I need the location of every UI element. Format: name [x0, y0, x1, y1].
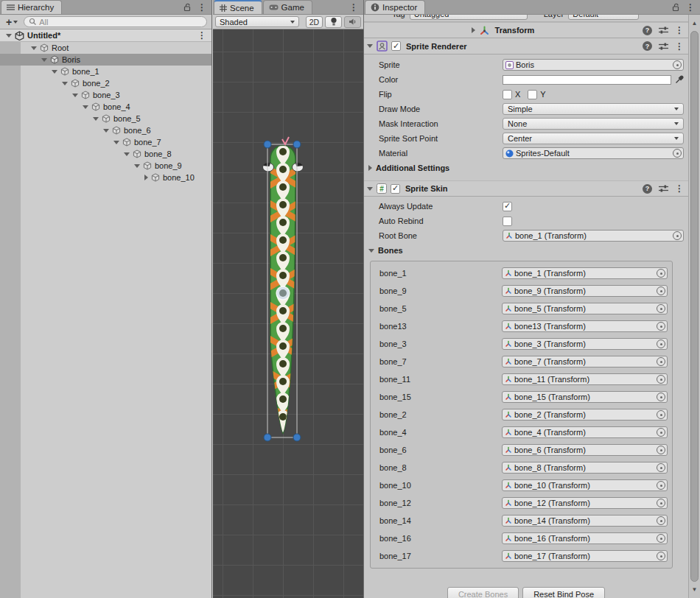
presets-icon[interactable]	[659, 26, 668, 35]
scrollbar-thumb[interactable]	[690, 31, 699, 582]
object-picker-icon[interactable]	[657, 428, 665, 437]
bone-object-field[interactable]: bone_11 (Transform)	[502, 373, 668, 385]
object-picker-icon[interactable]	[657, 304, 665, 313]
tab-scene[interactable]: Scene	[214, 0, 262, 14]
hierarchy-item-bone-9[interactable]: bone_9	[0, 160, 211, 172]
tag-dropdown[interactable]: Untagged	[410, 15, 528, 20]
hierarchy-item-bone-1[interactable]: bone_1	[0, 66, 211, 77]
object-picker-icon[interactable]	[657, 516, 665, 525]
object-picker-icon[interactable]	[657, 357, 665, 366]
lock-icon[interactable]	[183, 3, 192, 12]
root-bone-object-field[interactable]: bone_1 (Transform)	[503, 230, 684, 242]
tab-hierarchy[interactable]: Hierarchy	[1, 0, 62, 14]
foldout-arrow-icon[interactable]	[62, 82, 68, 85]
bone-object-field[interactable]: bone_3 (Transform)	[502, 338, 668, 350]
object-picker-icon[interactable]	[657, 269, 665, 278]
foldout-arrow-icon[interactable]	[103, 129, 109, 133]
sprite-sort-point-dropdown[interactable]: Center	[503, 133, 684, 144]
object-picker-icon[interactable]	[673, 231, 682, 240]
scroll-up-icon[interactable]: ▲	[689, 20, 700, 27]
component-menu-icon[interactable]: ⋮	[675, 184, 684, 193]
bone-object-field[interactable]: bone_14 (Transform)	[502, 515, 668, 527]
foldout-arrow-icon[interactable]	[41, 58, 47, 62]
handle-top-right[interactable]	[293, 141, 301, 148]
inspector-scrollbar[interactable]: ▲ ▼	[688, 15, 700, 598]
search-input[interactable]	[39, 18, 202, 27]
reset-bind-pose-button[interactable]: Reset Bind Pose	[522, 587, 605, 598]
object-picker-icon[interactable]	[657, 286, 665, 295]
object-picker-icon[interactable]	[657, 393, 665, 401]
material-object-field[interactable]: Sprites-Default	[503, 147, 684, 159]
foldout-arrow-icon[interactable]	[52, 70, 57, 74]
bone-object-field[interactable]: bone_7 (Transform)	[502, 356, 668, 367]
draw-mode-dropdown[interactable]: Simple	[503, 103, 684, 115]
component-menu-icon[interactable]: ⋮	[675, 42, 684, 51]
foldout-arrow-icon[interactable]	[144, 175, 148, 180]
bone-object-field[interactable]: bone_6 (Transform)	[502, 444, 668, 456]
handle-top-left[interactable]	[264, 141, 271, 148]
bone-object-field[interactable]: bone_4 (Transform)	[502, 426, 668, 438]
bone-gizmo[interactable]	[276, 286, 290, 300]
object-picker-icon[interactable]	[657, 375, 665, 384]
tab-game[interactable]: Game	[263, 0, 312, 14]
panel-menu-icon[interactable]: ⋮	[197, 3, 206, 12]
bones-foldout[interactable]: Bones	[364, 243, 688, 258]
handle-bottom-right[interactable]	[293, 434, 301, 441]
presets-icon[interactable]	[659, 42, 668, 51]
object-picker-icon[interactable]	[657, 410, 665, 419]
bone-object-field[interactable]: bone_2 (Transform)	[502, 409, 668, 421]
help-icon[interactable]: ?	[643, 26, 652, 35]
scene-asset-row[interactable]: Untitled* ⋮	[0, 29, 211, 42]
hierarchy-item-bone-3[interactable]: bone_3	[0, 89, 211, 101]
lock-icon[interactable]	[672, 3, 680, 12]
mask-interaction-dropdown[interactable]: None	[503, 118, 684, 130]
hierarchy-item-bone-5[interactable]: bone_5	[0, 113, 211, 124]
hierarchy-item-bone-2[interactable]: bone_2	[0, 77, 211, 89]
foldout-arrow-icon[interactable]	[368, 165, 372, 171]
scene-audio-button[interactable]	[344, 16, 361, 28]
presets-icon[interactable]	[659, 184, 668, 193]
hierarchy-item-bone-8[interactable]: bone_8	[0, 148, 211, 160]
transform-component-header[interactable]: Transform ? ⋮	[364, 22, 688, 38]
object-picker-icon[interactable]	[673, 60, 682, 69]
hierarchy-item-bone-7[interactable]: bone_7	[0, 136, 211, 148]
object-picker-icon[interactable]	[657, 446, 665, 454]
bone-object-field[interactable]: bone_1 (Transform)	[502, 267, 668, 279]
foldout-arrow-icon[interactable]	[83, 105, 88, 109]
bone-object-field[interactable]: bone_15 (Transform)	[502, 391, 668, 403]
bone-object-field[interactable]: bone_10 (Transform)	[502, 479, 668, 491]
panel-menu-icon[interactable]: ⋮	[349, 3, 358, 12]
foldout-arrow-icon[interactable]	[124, 152, 130, 156]
foldout-arrow-icon[interactable]	[134, 164, 140, 168]
bone-object-field[interactable]: bone_5 (Transform)	[502, 303, 668, 314]
hierarchy-item-root[interactable]: Root	[0, 42, 211, 54]
hierarchy-item-boris[interactable]: Boris	[0, 54, 211, 66]
foldout-arrow-icon[interactable]	[367, 44, 373, 48]
create-object-button[interactable]: +	[4, 16, 19, 28]
help-icon[interactable]: ?	[643, 41, 652, 51]
sprite-object-field[interactable]: Boris	[503, 59, 684, 71]
hierarchy-item-bone-4[interactable]: bone_4	[0, 101, 211, 113]
scene-menu-icon[interactable]: ⋮	[197, 31, 206, 40]
eyedropper-icon[interactable]	[675, 75, 684, 84]
foldout-arrow-icon[interactable]	[368, 249, 374, 253]
bone-object-field[interactable]: bone_8 (Transform)	[502, 462, 668, 474]
scene-viewport[interactable]	[213, 29, 363, 598]
bone-object-field[interactable]: bone_12 (Transform)	[502, 497, 668, 509]
panel-menu-icon[interactable]: ⋮	[686, 3, 695, 12]
scroll-down-icon[interactable]: ▼	[689, 586, 700, 593]
hierarchy-item-bone-6[interactable]: bone_6	[0, 124, 211, 136]
additional-settings-foldout[interactable]: Additional Settings	[364, 161, 688, 175]
shading-mode-dropdown[interactable]: Shaded	[215, 16, 299, 27]
bone-object-field[interactable]: bone13 (Transform)	[502, 320, 668, 332]
object-picker-icon[interactable]	[657, 534, 665, 543]
object-picker-icon[interactable]	[657, 499, 665, 507]
hierarchy-item-bone-10[interactable]: bone_10	[0, 172, 211, 183]
handle-bottom-left[interactable]	[264, 434, 271, 441]
component-menu-icon[interactable]: ⋮	[675, 26, 684, 35]
help-icon[interactable]: ?	[643, 184, 652, 194]
flip-x-checkbox[interactable]	[503, 90, 512, 99]
color-swatch[interactable]	[503, 75, 671, 85]
sprite-skin-component-header[interactable]: # Sprite Skin ? ⋮	[364, 180, 688, 197]
foldout-arrow-icon[interactable]	[31, 46, 37, 50]
